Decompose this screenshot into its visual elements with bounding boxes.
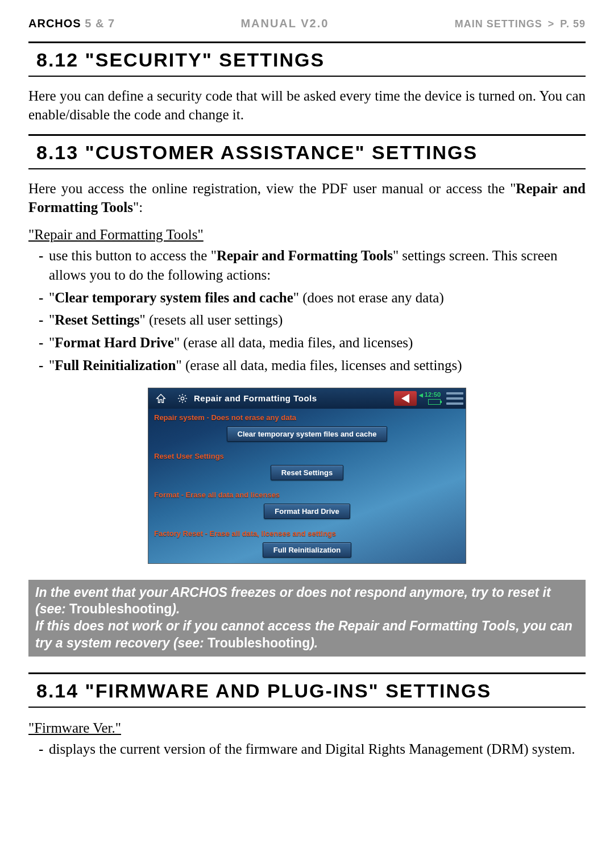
section-813-intro: Here you access the online registration,… [28, 180, 586, 217]
ss-label-format: Format - Erase all data and licenses [148, 486, 466, 501]
full-reinit-button[interactable]: Full Reinitialization [263, 542, 351, 558]
text-bold: Repair and Formatting Tools [217, 248, 393, 263]
text: Here you access the online registration,… [28, 181, 516, 196]
firmware-ver-subhead: "Firmware Ver." [28, 720, 586, 736]
ss-label-repair: Repair system - Does not erase any data [148, 409, 466, 424]
screenshot-title: Repair and Formatting Tools [194, 393, 394, 403]
text: " (erase all data, media files, licenses… [176, 358, 462, 373]
callout-line-1: In the event that your ARCHOS freezes or… [35, 584, 579, 618]
page-number: P. 59 [560, 18, 586, 30]
model: 5 & 7 [85, 17, 115, 30]
brand: ARCHOS [28, 17, 81, 30]
text: " [49, 358, 55, 373]
svg-point-0 [181, 397, 184, 400]
rule [28, 76, 586, 77]
list-item: "Full Reinitialization" (erase all data,… [39, 356, 586, 375]
status-area: ◀ 12:50 [419, 392, 441, 405]
list-item: displays the current version of the firm… [39, 740, 586, 759]
rule [28, 168, 586, 169]
brand-block: ARCHOS 5 & 7 [28, 17, 115, 30]
text: " (erase all data, media files, and lice… [174, 335, 413, 350]
format-hd-button[interactable]: Format Hard Drive [264, 504, 350, 519]
section-812-title: 8.12 "SECURITY" SETTINGS [28, 43, 586, 76]
text: " (does not erase any data) [293, 290, 444, 305]
clock: ◀ 12:50 [419, 392, 441, 398]
ss-label-reset-user: Reset User Settings [148, 447, 466, 463]
breadcrumb: MAIN SETTINGS > P. 59 [455, 18, 586, 30]
gear-icon[interactable] [172, 391, 193, 406]
text: " [49, 312, 55, 327]
back-button[interactable] [394, 391, 417, 406]
list-item: "Clear temporary system files and cache"… [39, 288, 586, 308]
troubleshooting-link[interactable]: Troubleshooting [208, 636, 310, 650]
home-icon[interactable] [151, 391, 171, 406]
troubleshooting-link[interactable]: Troubleshooting [69, 601, 172, 616]
svg-line-8 [185, 395, 186, 396]
device-screenshot: Repair and Formatting Tools ◀ 12:50 Repa… [148, 388, 466, 564]
list-item: "Format Hard Drive" (erase all data, med… [39, 333, 586, 352]
text-bold: Clear temporary system files and cache [55, 290, 293, 305]
clear-cache-button[interactable]: Clear temporary system files and cache [227, 426, 388, 442]
menu-icon[interactable] [446, 392, 463, 405]
text-bold: Reset Settings [55, 312, 139, 327]
page-header: ARCHOS 5 & 7 MANUAL V2.0 MAIN SETTINGS >… [28, 17, 586, 30]
rule [28, 707, 586, 708]
svg-line-7 [179, 401, 180, 402]
repair-tools-subhead: "Repair and Formatting Tools" [28, 227, 586, 243]
firmware-list: displays the current version of the firm… [28, 740, 586, 759]
list-item: "Reset Settings" (resets all user settin… [39, 310, 586, 330]
clock-time: 12:50 [425, 391, 441, 398]
text-bold: Format Hard Drive [55, 335, 174, 350]
breadcrumb-arrow: > [548, 18, 555, 30]
text: " [49, 290, 55, 305]
troubleshooting-callout: In the event that your ARCHOS freezes or… [28, 580, 586, 657]
repair-tools-list: use this button to access the "Repair an… [28, 246, 586, 375]
text-bold: Full Reinitialization [55, 358, 176, 373]
text: ": [133, 200, 143, 215]
text: ). [172, 601, 180, 616]
list-item: use this button to access the "Repair an… [39, 246, 586, 285]
section-813-title: 8.13 "CUSTOMER ASSISTANCE" SETTINGS [28, 136, 586, 168]
text: use this button to access the " [49, 248, 217, 263]
text: " (resets all user settings) [140, 312, 283, 327]
text: " [49, 335, 55, 350]
svg-line-5 [179, 395, 180, 396]
screenshot-topbar: Repair and Formatting Tools ◀ 12:50 [148, 388, 466, 409]
svg-line-6 [185, 401, 186, 402]
callout-line-2: If this does not work or if you cannot a… [35, 618, 579, 652]
breadcrumb-section: MAIN SETTINGS [455, 18, 542, 30]
battery-icon [428, 399, 441, 405]
section-814-title: 8.14 "FIRMWARE AND PLUG-INS" SETTINGS [28, 674, 586, 707]
section-812-body: Here you can define a security code that… [28, 87, 586, 124]
manual-version: MANUAL V2.0 [240, 17, 329, 30]
reset-settings-button[interactable]: Reset Settings [271, 465, 343, 480]
text: ). [310, 636, 318, 650]
ss-label-factory: Factory Reset - Erase all data, licenses… [148, 525, 466, 540]
